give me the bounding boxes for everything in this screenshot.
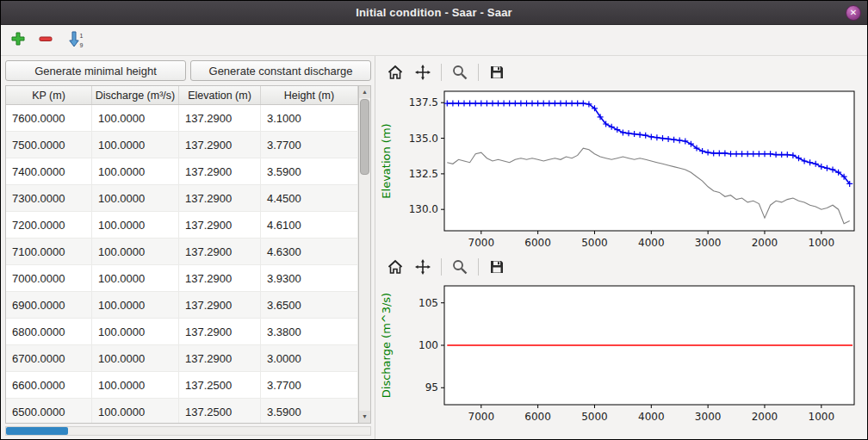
table-cell[interactable]: 100.0000 — [92, 185, 179, 211]
svg-text:Discharge (m^3/s): Discharge (m^3/s) — [380, 293, 393, 398]
table-cell[interactable]: 7600.0000 — [6, 105, 92, 131]
table-row[interactable]: 6500.0000100.0000137.25003.5900 — [6, 399, 358, 423]
table-row[interactable]: 7200.0000100.0000137.29004.6100 — [6, 212, 358, 239]
table-cell[interactable]: 6600.0000 — [6, 372, 92, 398]
remove-row-button[interactable] — [34, 28, 58, 53]
save-icon[interactable] — [486, 62, 508, 83]
table-cell[interactable]: 6900.0000 — [6, 292, 92, 318]
table-cell[interactable]: 100.0000 — [92, 292, 179, 318]
table-row[interactable]: 6900.0000100.0000137.29003.6500 — [6, 292, 358, 319]
table-cell[interactable]: 100.0000 — [92, 105, 179, 131]
vertical-scrollbar-track[interactable] — [359, 98, 370, 411]
table-cell[interactable]: 100.0000 — [92, 345, 179, 371]
table-cell[interactable]: 100.0000 — [92, 212, 179, 238]
table-row[interactable]: 6700.0000100.0000137.29003.0000 — [6, 345, 358, 372]
table-cell[interactable]: 7100.0000 — [6, 239, 92, 264]
vertical-scrollbar-thumb[interactable] — [360, 99, 369, 175]
close-button[interactable]: ✕ — [846, 5, 861, 21]
table-cell[interactable]: 3.0000 — [261, 345, 358, 371]
table-row[interactable]: 6600.0000100.0000137.25003.7700 — [6, 372, 358, 399]
table-cell[interactable]: 7300.0000 — [6, 185, 92, 211]
column-header-kp[interactable]: KP (m) — [6, 86, 92, 104]
add-row-button[interactable] — [6, 28, 30, 53]
table-cell[interactable]: 137.2900 — [179, 158, 261, 184]
table-cell[interactable]: 6500.0000 — [6, 399, 92, 423]
table-cell[interactable]: 3.9300 — [261, 265, 358, 291]
generate-constant-discharge-button[interactable]: Generate constant discharge — [190, 60, 371, 81]
table-cell[interactable]: 137.2500 — [179, 399, 261, 423]
elevation-plot-toolbar — [377, 59, 865, 85]
table-cell[interactable]: 137.2900 — [179, 319, 261, 344]
table-cell[interactable]: 137.2900 — [179, 345, 261, 371]
table-cell[interactable]: 137.2900 — [179, 105, 261, 131]
table-cell[interactable]: 100.0000 — [92, 319, 179, 344]
table-cell[interactable]: 137.2500 — [179, 372, 261, 398]
table-cell[interactable]: 3.6500 — [261, 292, 358, 318]
table-cell[interactable]: 100.0000 — [92, 239, 179, 264]
table-cell[interactable]: 4.6100 — [261, 212, 358, 238]
column-header-elevation[interactable]: Elevation (m) — [179, 86, 261, 104]
horizontal-scrollbar-thumb[interactable] — [6, 427, 68, 435]
pan-icon[interactable] — [412, 62, 434, 83]
table-cell[interactable]: 137.2900 — [179, 265, 261, 291]
horizontal-scrollbar[interactable] — [5, 426, 371, 436]
column-header-height[interactable]: Height (m) — [261, 86, 358, 104]
table-cell[interactable]: 100.0000 — [92, 132, 179, 158]
table-cell[interactable]: 137.2900 — [179, 185, 261, 211]
vertical-scrollbar[interactable]: ▲ ▼ — [359, 85, 371, 424]
column-header-discharge[interactable]: Discharge (m³/s) — [92, 86, 179, 104]
table-cell[interactable]: 137.2900 — [179, 239, 261, 264]
home-icon[interactable] — [384, 257, 406, 277]
table-row[interactable]: 7600.0000100.0000137.29003.1000 — [6, 105, 358, 132]
zoom-icon[interactable] — [449, 62, 471, 83]
table-cell[interactable]: 3.5900 — [261, 158, 358, 184]
table-cell[interactable]: 7500.0000 — [6, 132, 92, 158]
table-row[interactable]: 7400.0000100.0000137.29003.5900 — [6, 158, 358, 185]
close-icon: ✕ — [850, 8, 857, 17]
table-cell[interactable]: 7000.0000 — [6, 265, 92, 291]
table-cell[interactable]: 7400.0000 — [6, 158, 92, 184]
home-icon[interactable] — [384, 62, 406, 83]
elevation-chart[interactable]: 7000600050004000300020001000130.0132.513… — [377, 85, 865, 254]
table-cell[interactable]: 3.1000 — [261, 105, 358, 131]
table-cell[interactable]: 137.2900 — [179, 292, 261, 318]
table-cell[interactable]: 3.3800 — [261, 319, 358, 344]
table-row[interactable]: 7300.0000100.0000137.29004.4500 — [6, 185, 358, 212]
table-row[interactable]: 7500.0000100.0000137.29003.7700 — [6, 132, 358, 158]
sort-arrow-icon — [69, 31, 79, 50]
window: Initial condition - Saar - Saar ✕ — [0, 0, 868, 440]
table-cell[interactable]: 3.7700 — [261, 132, 358, 158]
svg-text:1000: 1000 — [809, 411, 835, 423]
table-cell[interactable]: 100.0000 — [92, 399, 179, 423]
table-cell[interactable]: 100.0000 — [92, 265, 179, 291]
table-row[interactable]: 7000.0000100.0000137.29003.9300 — [6, 265, 358, 292]
table-cell[interactable]: 100.0000 — [92, 372, 179, 398]
discharge-chart[interactable]: 700060005000400030002000100095100105Disc… — [377, 280, 865, 428]
sort-range-label: 1 9 — [80, 33, 84, 48]
table-cell[interactable]: 6800.0000 — [6, 319, 92, 344]
svg-text:6000: 6000 — [524, 237, 551, 249]
save-icon[interactable] — [486, 257, 508, 277]
table-row[interactable]: 6800.0000100.0000137.29003.3800 — [6, 319, 358, 345]
pan-icon[interactable] — [412, 257, 434, 277]
generate-minimal-height-button[interactable]: Generate minimal height — [5, 60, 186, 81]
table-cell[interactable]: 137.2900 — [179, 132, 261, 158]
scroll-down-arrow-icon[interactable]: ▼ — [359, 411, 370, 423]
table-row[interactable]: 7100.0000100.0000137.29004.6300 — [6, 239, 358, 265]
scroll-up-arrow-icon[interactable]: ▲ — [359, 86, 370, 98]
table-cell[interactable]: 3.5900 — [261, 399, 358, 423]
table-area: KP (m) Discharge (m³/s) Elevation (m) He… — [5, 85, 371, 424]
svg-text:7000: 7000 — [468, 237, 495, 249]
zoom-icon[interactable] — [449, 257, 471, 277]
minus-icon — [38, 31, 53, 49]
toolbar-separator — [441, 258, 442, 276]
table-cell[interactable]: 4.4500 — [261, 185, 358, 211]
svg-text:7000: 7000 — [468, 411, 495, 423]
table-cell[interactable]: 4.6300 — [261, 239, 358, 264]
table-cell[interactable]: 137.2900 — [179, 212, 261, 238]
table-cell[interactable]: 7200.0000 — [6, 212, 92, 238]
sort-button[interactable]: 1 9 — [61, 28, 90, 53]
table-cell[interactable]: 3.7700 — [261, 372, 358, 398]
table-cell[interactable]: 100.0000 — [92, 158, 179, 184]
table-cell[interactable]: 6700.0000 — [6, 345, 92, 371]
